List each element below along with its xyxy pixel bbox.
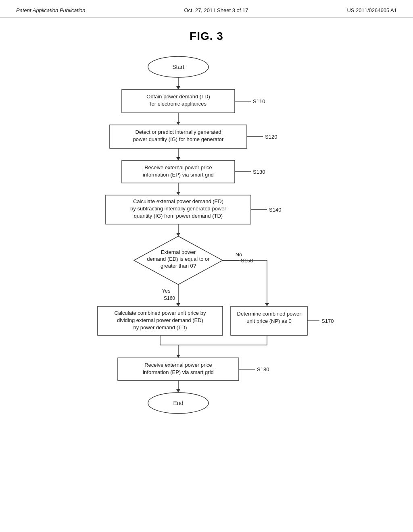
- page-header: Patent Application Publication Oct. 27, …: [0, 0, 413, 18]
- svg-marker-21: [176, 303, 180, 306]
- s170-label: S170: [321, 318, 334, 324]
- s110-line1: Obtain power demand (TD): [146, 94, 210, 100]
- svg-marker-32: [176, 355, 180, 358]
- s150-line2: demand (ED) is equal to or: [147, 256, 210, 262]
- header-patent-number: US 2011/0264605 A1: [347, 7, 397, 13]
- s120-line2: power quantity (IG) for home generator: [133, 136, 224, 142]
- s160-line3: by power demand (TD): [133, 324, 187, 330]
- s160-branch-label: S160: [164, 295, 175, 301]
- s160-line2: dividing external power demand (ED): [117, 317, 203, 323]
- s170-line2: unit price (NP) as 0: [246, 318, 291, 324]
- svg-marker-18: [176, 233, 180, 236]
- s130-label: S130: [253, 169, 265, 175]
- header-publication-label: Patent Application Publication: [16, 7, 86, 13]
- s150-line1: External power: [161, 249, 196, 255]
- svg-marker-25: [265, 303, 269, 306]
- s170-line1: Determine combined power: [237, 311, 302, 317]
- s180-line1: Receive external power price: [144, 362, 212, 368]
- svg-marker-6: [176, 122, 180, 125]
- s130-line2: information (EP) via smart grid: [143, 172, 214, 178]
- s120-label: S120: [265, 134, 277, 140]
- figure-title: FIG. 3: [0, 30, 413, 43]
- s110-label: S110: [253, 98, 265, 104]
- end-label: End: [173, 400, 184, 406]
- yes-label: Yes: [162, 288, 171, 294]
- page: Patent Application Publication Oct. 27, …: [0, 0, 413, 532]
- s120-line1: Detect or predict internally generated: [135, 129, 221, 135]
- s140-label: S140: [269, 207, 281, 213]
- flowchart-svg: text { font-family: Arial, sans-serif; f…: [65, 51, 348, 462]
- svg-marker-36: [176, 389, 180, 393]
- s180-line2: information (EP) via smart grid: [143, 369, 214, 375]
- s130-line1: Receive external power price: [144, 164, 212, 170]
- s160-line1: Calculate combined power unit price by: [115, 310, 206, 316]
- s140-line1: Calculate external power demand (ED): [133, 198, 223, 204]
- flowchart-diagram: text { font-family: Arial, sans-serif; f…: [0, 51, 413, 462]
- svg-marker-10: [176, 157, 180, 160]
- svg-marker-2: [176, 86, 180, 89]
- s140-line2: by subtracting internally generated powe…: [130, 206, 226, 212]
- s110-line2: for electronic appliances: [150, 101, 207, 107]
- s150-line3: greater than 0?: [161, 263, 196, 269]
- s180-label: S180: [257, 366, 269, 372]
- svg-marker-14: [176, 192, 180, 195]
- no-label: No: [236, 251, 242, 258]
- s140-line3: quantity (IG) from power demand (TD): [134, 213, 223, 219]
- start-label: Start: [172, 64, 184, 70]
- header-date-sheet: Oct. 27, 2011 Sheet 3 of 17: [184, 7, 248, 13]
